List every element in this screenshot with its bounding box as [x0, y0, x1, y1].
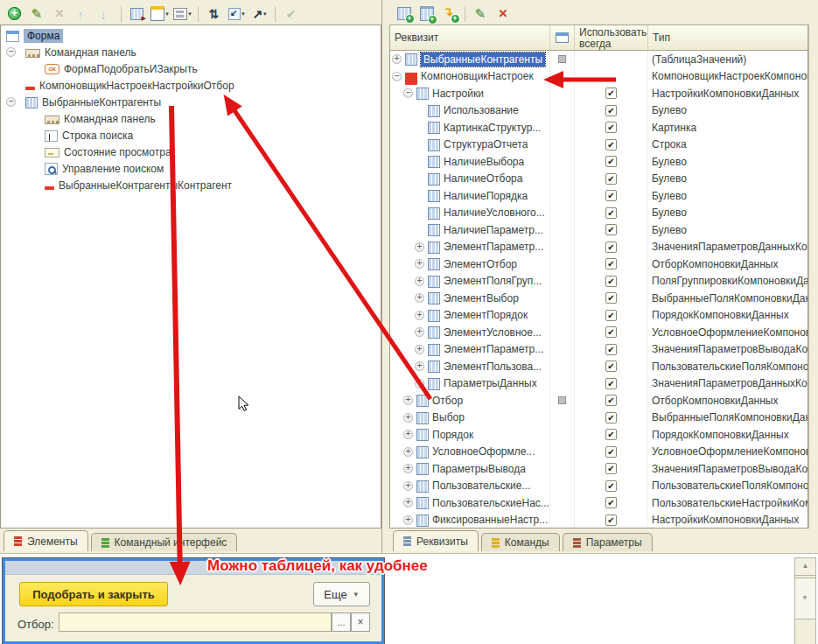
expander-plus-icon[interactable]: + [392, 54, 402, 64]
use-always-checkbox[interactable]: ✔ [605, 310, 617, 321]
column-header-icon[interactable] [549, 25, 574, 50]
table-row[interactable]: +Отбор✔ОтборКомпоновкиДанных [390, 392, 808, 410]
expander-plus-icon[interactable]: + [415, 361, 424, 371]
filter-clear-button[interactable]: × [351, 612, 370, 632]
add-table-attribute-button[interactable] [416, 4, 437, 24]
panel-settings-button[interactable]: ▾ [171, 4, 193, 24]
table-row[interactable]: +Выбор✔ВыбранныеПоляКомпоновкиДанн... [390, 410, 808, 427]
add-from-button[interactable] [438, 4, 460, 24]
check-form-button[interactable] [126, 4, 148, 24]
tab-parameters[interactable]: Параметры [563, 533, 653, 551]
placement-button[interactable]: ▾ [226, 4, 248, 24]
tree-item[interactable]: Состояние просмотра [1, 144, 381, 160]
use-always-checkbox[interactable]: ✔ [605, 292, 617, 304]
use-always-checkbox[interactable]: ✔ [605, 497, 617, 508]
use-always-checkbox[interactable]: ✔ [605, 463, 617, 474]
use-always-checkbox[interactable]: ✔ [605, 412, 617, 424]
expander-plus-icon[interactable]: + [415, 242, 424, 252]
table-row[interactable]: +ЭлементУсловное...✔УсловноеОформлениеКо… [390, 324, 808, 341]
table-row[interactable]: НаличиеПорядка✔Булево [390, 187, 808, 205]
table-row[interactable]: +ЭлементПоляГруп...✔ПоляГруппировкиКомпо… [390, 273, 808, 290]
table-row[interactable]: +ЭлементОтбор✔ОтборКомпоновкиДанных [390, 256, 808, 273]
expander-plus-icon[interactable]: + [415, 276, 424, 286]
column-header-use-always[interactable]: Использовать всегда [574, 25, 647, 50]
table-row[interactable]: −Настройки✔НастройкиКомпоновкиДанных [390, 85, 808, 102]
use-always-checkbox[interactable]: ✔ [605, 446, 617, 458]
table-row[interactable]: +Пользовательские...✔ПользовательскиеПол… [390, 478, 808, 495]
expander-plus-icon[interactable]: + [415, 327, 424, 337]
expander-plus-icon[interactable]: + [403, 515, 413, 525]
expander-plus-icon[interactable]: + [403, 396, 413, 405]
table-row[interactable]: +Порядок✔ПорядокКомпоновкиДанных [390, 426, 808, 444]
add-button[interactable] [3, 4, 25, 24]
expander-minus-icon[interactable]: − [392, 72, 402, 81]
expander-plus-icon[interactable]: + [403, 447, 413, 457]
use-always-checkbox[interactable]: ✔ [605, 242, 617, 253]
use-always-checkbox[interactable]: ✔ [605, 224, 617, 235]
edit-button[interactable] [26, 4, 48, 24]
expander-plus-icon[interactable]: + [403, 464, 413, 473]
filter-input[interactable] [59, 612, 332, 632]
use-always-checkbox[interactable]: ✔ [605, 122, 617, 133]
table-row[interactable]: +УсловноеОформле...✔УсловноеОформлениеКо… [390, 444, 808, 461]
delete-button[interactable] [493, 4, 514, 24]
use-always-checkbox[interactable]: ✔ [605, 429, 617, 440]
table-row[interactable]: +ЭлементВыбор✔ВыбранныеПоляКомпоновкиДан… [390, 290, 808, 307]
use-always-checkbox[interactable]: ✔ [605, 276, 617, 287]
tree-item[interactable]: КомпоновщикНастроекНастройкиОтбор [1, 77, 381, 94]
stretch-button[interactable]: ▾ [248, 4, 270, 24]
expander-plus-icon[interactable]: + [403, 481, 413, 491]
use-always-checkbox[interactable]: ✔ [605, 139, 617, 150]
more-button[interactable]: Еще ▼ [313, 582, 370, 606]
scrollbar-gutter[interactable] [808, 24, 818, 528]
use-always-checkbox[interactable]: ✔ [605, 344, 617, 355]
tab-elements[interactable]: Элементы [3, 530, 88, 551]
table-row[interactable]: НаличиеОтбора✔Булево [390, 171, 808, 188]
tree-item[interactable]: Строка поиска [1, 127, 381, 144]
reorder-button[interactable] [203, 4, 225, 24]
use-always-checkbox[interactable]: ✔ [605, 156, 617, 167]
table-row[interactable]: +ПараметрыДанных✔ЗначенияПараметровДанны… [390, 375, 808, 393]
table-row[interactable]: Использование✔Булево [390, 102, 808, 120]
column-header-type[interactable]: Тип [647, 25, 808, 50]
expander-plus-icon[interactable]: + [415, 293, 424, 303]
expander-plus-icon[interactable]: + [403, 413, 413, 423]
tree-item[interactable]: −Командная панель [1, 44, 381, 60]
use-always-checkbox[interactable]: ✔ [605, 105, 617, 116]
table-row[interactable]: +ЭлементПараметр...✔ЗначенияПараметровВы… [390, 341, 808, 359]
expander-plus-icon[interactable]: + [415, 379, 424, 388]
tree-item[interactable]: окФормаПодобратьИЗакрыть [1, 60, 381, 77]
use-always-checkbox[interactable]: ✔ [605, 514, 617, 526]
table-row[interactable]: +ВыбранныеКонтрагенты(ТаблицаЗначений) [390, 51, 808, 68]
expander-minus-icon[interactable]: − [6, 47, 16, 57]
use-always-checkbox[interactable]: ✔ [605, 173, 617, 185]
use-always-checkbox[interactable]: ✔ [605, 88, 617, 99]
table-row[interactable]: НаличиеУсловного...✔Булево [390, 205, 808, 222]
table-row[interactable]: СтруктураОтчета✔Строка [390, 136, 808, 154]
tab-command-interface[interactable]: Командный интерфейс [91, 533, 238, 551]
table-row[interactable]: КартинкаСтруктур...✔Картинка [390, 119, 808, 136]
tab-commands[interactable]: Команды [481, 533, 560, 551]
use-always-checkbox[interactable]: ✔ [605, 258, 617, 270]
form-settings-button[interactable]: ▾ [149, 4, 171, 24]
scroll-up-icon[interactable]: ▲ [795, 558, 815, 576]
expander-minus-icon[interactable]: − [6, 97, 16, 107]
dropdown-caret-icon[interactable]: ▾ [188, 10, 192, 18]
filter-choose-button[interactable]: ... [332, 612, 351, 632]
table-row[interactable]: +ЭлементПользова...✔ПользовательскиеПоля… [390, 358, 808, 375]
expander-plus-icon[interactable]: + [415, 259, 424, 269]
form-preview-frame[interactable]: Подобрать и закрыть Еще ▼ Отбор: ... × В… [2, 557, 385, 644]
tree-item[interactable]: −ВыбранныеКонтрагенты [1, 94, 381, 110]
table-row[interactable]: −КомпоновщикНастроекКомпоновщикНастроекК… [390, 68, 808, 86]
use-always-checkbox[interactable]: ✔ [605, 480, 617, 492]
dropdown-caret-icon[interactable]: ▾ [241, 10, 245, 18]
table-row[interactable]: НаличиеПараметр...✔Булево [390, 221, 808, 239]
use-always-checkbox[interactable]: ✔ [605, 326, 617, 338]
scrollbar-thumb[interactable] [795, 578, 815, 620]
table-row[interactable]: НаличиеВыбора✔Булево [390, 153, 808, 171]
use-always-checkbox[interactable]: ✔ [605, 190, 617, 201]
table-row[interactable]: +ЭлементПорядок✔ПорядокКомпоновкиДанных [390, 307, 808, 325]
expander-plus-icon[interactable]: + [403, 430, 413, 439]
tree-item[interactable]: ВыбранныеКонтрагентыКонтрагент [1, 177, 381, 193]
vertical-scrollbar[interactable]: ▲ [794, 557, 816, 644]
